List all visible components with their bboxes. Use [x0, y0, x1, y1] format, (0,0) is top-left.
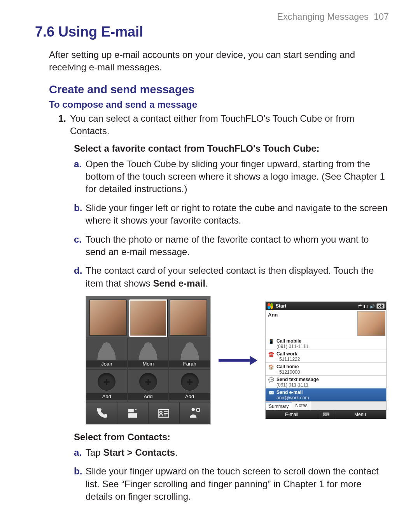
row-value: (091) 011-1111	[276, 382, 384, 388]
add-label: Add	[86, 393, 127, 400]
tab-notes[interactable]: Notes	[292, 402, 311, 410]
step-1: 1. You can select a contact either from …	[58, 112, 389, 138]
page-number: 107	[374, 12, 389, 22]
redial-button[interactable]	[117, 402, 148, 424]
softkey-right[interactable]: Menu	[334, 410, 386, 419]
add-favorite-button[interactable]: + Add	[86, 369, 128, 402]
softkey-left[interactable]: E-mail	[266, 410, 318, 419]
wm-titlebar: Start ⇄ ▮▯ 🔊 ok	[266, 302, 386, 310]
step-text: Slide your finger upward on the touch sc…	[86, 465, 389, 503]
step-letter: a.	[74, 446, 86, 459]
touch-cube-screenshot: Joan Mom Farah + Add + Add	[86, 296, 211, 425]
step-a-pre: Tap	[86, 447, 103, 458]
favorite-photo-2-selected[interactable]	[129, 299, 168, 337]
figure-row: Joan Mom Farah + Add + Add	[86, 296, 389, 425]
procedure-title: To compose and send a message	[49, 99, 389, 110]
step-a-post: .	[175, 447, 178, 458]
contact-avatar	[357, 311, 385, 336]
favorite-names-row: Joan Mom Farah	[86, 338, 210, 369]
step-c: c. Touch the photo or name of the favori…	[74, 233, 389, 259]
call-home-row[interactable]: 🏠 Call home+51210000	[266, 363, 386, 376]
remove-contact-button[interactable]	[179, 402, 210, 424]
running-head: Exchanging Messages 107	[31, 12, 389, 22]
step-letter: a.	[74, 158, 86, 196]
row-title: Send e-mail	[276, 390, 384, 395]
manual-page: Exchanging Messages 107 7.6 Using E-mail…	[0, 0, 420, 516]
step-d-post: .	[205, 278, 208, 289]
add-favorite-button[interactable]: + Add	[128, 369, 169, 402]
contact-tabs: Summary Notes	[266, 401, 386, 410]
touch-cube-steps: a. Open the Touch Cube by sliding your f…	[74, 158, 389, 290]
plus-icon: +	[139, 373, 157, 391]
windows-flag-icon	[267, 303, 273, 309]
row-title: Call mobile	[276, 338, 384, 344]
contact-name: Ann	[266, 310, 357, 337]
contacts-steps: a. Tap Start > Contacts. b. Slide your f…	[74, 446, 389, 503]
step-b: b. Slide your finger left or right to ro…	[74, 202, 389, 227]
favorite-name: Farah	[169, 360, 210, 367]
step-text: Open the Touch Cube by sliding your fing…	[86, 158, 389, 196]
row-value: +51111222	[276, 357, 384, 362]
favorite-photos-row	[86, 296, 210, 338]
contact-card-button[interactable]	[148, 402, 179, 424]
send-text-row[interactable]: 💬 Send text message(091) 011-1111	[266, 376, 386, 388]
chapter-name: Exchanging Messages	[277, 12, 369, 22]
arrow-right-icon	[219, 357, 257, 364]
favorite-photo-3[interactable]	[170, 299, 207, 336]
call-work-row[interactable]: ☎️ Call work+51111222	[266, 350, 386, 363]
step-a-bold: Start > Contacts	[103, 447, 175, 458]
phone-redial-icon	[126, 407, 139, 420]
work-phone-icon: ☎️	[268, 351, 274, 357]
step-number: 1.	[58, 112, 70, 138]
row-value: +51210000	[276, 369, 384, 375]
contacts-lead: Select from Contacts:	[74, 432, 389, 443]
plus-icon: +	[98, 373, 116, 391]
intro-paragraph: After setting up e-mail accounts on your…	[49, 49, 387, 74]
tab-summary[interactable]: Summary	[266, 402, 292, 410]
add-favorite-button[interactable]: + Add	[169, 369, 210, 402]
row-title: Call home	[276, 364, 384, 369]
favorite-cell[interactable]: Mom	[128, 338, 169, 369]
favorite-name: Joan	[86, 360, 127, 367]
signal-icon: ▮▯	[363, 304, 368, 309]
mobile-phone-icon: 📱	[268, 338, 274, 345]
contact-header: Ann	[266, 310, 386, 337]
keyboard-icon: ⌨	[323, 412, 329, 417]
touch-cube-lead: Select a favorite contact from TouchFLO'…	[74, 143, 389, 154]
send-email-row-selected[interactable]: ✉️ Send e-mailann@work.com	[266, 388, 386, 401]
row-title: Send text message	[276, 377, 384, 382]
step-letter: d.	[74, 264, 86, 290]
step-letter: c.	[74, 233, 86, 259]
favorite-cell[interactable]: Joan	[86, 338, 128, 369]
section-title: 7.6 Using E-mail	[35, 24, 389, 40]
contact-card-icon	[157, 407, 170, 420]
person-silhouette-icon	[95, 341, 118, 360]
step-text: Tap Start > Contacts.	[86, 446, 389, 459]
phone-button[interactable]	[86, 402, 117, 424]
softkey-bar: E-mail ⌨ Menu	[266, 410, 386, 419]
step-d-pre: The contact card of your selected contac…	[86, 265, 374, 288]
favorite-cell[interactable]: Farah	[169, 338, 210, 369]
contacts-step-b: b. Slide your finger upward on the touch…	[74, 465, 389, 503]
add-label: Add	[169, 393, 210, 400]
row-value: ann@work.com	[276, 395, 384, 401]
subsection-title: Create and send messages	[49, 83, 389, 96]
step-text: Touch the photo or name of the favorite …	[86, 233, 389, 259]
start-label[interactable]: Start	[276, 303, 356, 309]
favorite-photo-1[interactable]	[89, 299, 127, 336]
step-text: You can select a contact either from Tou…	[70, 112, 389, 138]
contact-card-screenshot: Start ⇄ ▮▯ 🔊 ok Ann 📱 Call mobile(091) 0…	[265, 301, 387, 419]
call-mobile-row[interactable]: 📱 Call mobile(091) 011-1111	[266, 337, 386, 350]
step-letter: b.	[74, 202, 86, 227]
row-value: (091) 011-1111	[276, 344, 384, 349]
row-title: Call work	[276, 351, 384, 357]
speaker-icon: 🔊	[369, 304, 375, 309]
sms-icon: 💬	[268, 377, 274, 383]
step-text: Slide your finger left or right to rotat…	[86, 202, 389, 227]
keyboard-button[interactable]: ⌨	[318, 410, 334, 419]
cube-toolbar	[86, 402, 210, 424]
ok-button[interactable]: ok	[376, 303, 385, 309]
step-text: The contact card of your selected contac…	[86, 264, 389, 290]
contact-actions-list: 📱 Call mobile(091) 011-1111 ☎️ Call work…	[266, 337, 386, 401]
contacts-step-a: a. Tap Start > Contacts.	[74, 446, 389, 459]
